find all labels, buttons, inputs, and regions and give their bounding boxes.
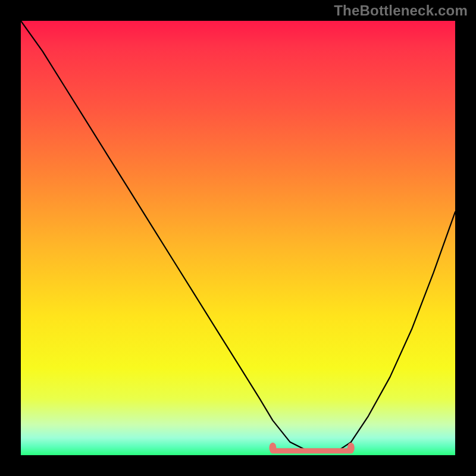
watermark-label: TheBottleneck.com (334, 2, 468, 19)
sweet-spot-start-cap (269, 443, 276, 453)
sweet-spot-end-cap (347, 443, 355, 453)
chart-frame: TheBottleneck.com (0, 0, 476, 476)
bottleneck-curve (21, 21, 455, 451)
plot-area (21, 21, 455, 455)
chart-svg (21, 21, 455, 455)
